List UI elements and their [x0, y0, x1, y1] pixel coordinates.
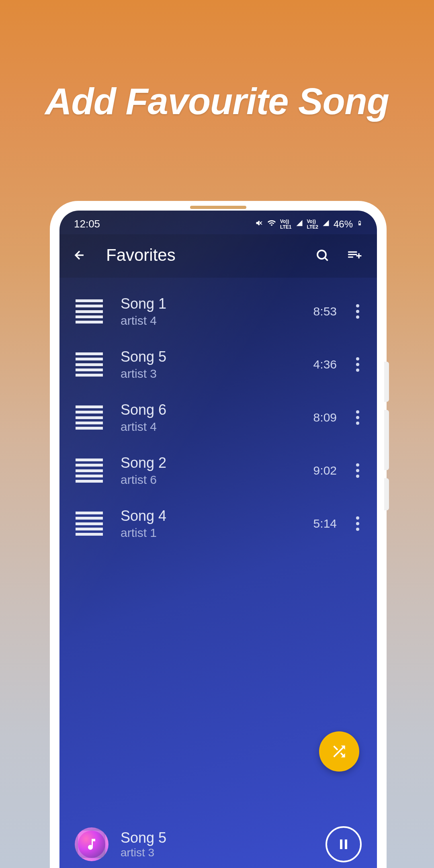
song-duration: 8:09	[313, 411, 337, 424]
app-bar: Favorites	[59, 234, 377, 278]
mute-icon	[255, 219, 263, 229]
song-artist: artist 4	[121, 314, 313, 328]
song-title: Song 1	[121, 295, 313, 312]
status-bar: 12:05 Vo))LTE1 Vo))LTE2 46%	[59, 211, 377, 234]
song-info: Song 5artist 3	[121, 348, 313, 381]
song-title: Song 4	[121, 508, 313, 524]
phone-side-button	[384, 362, 389, 402]
now-playing-album-art[interactable]	[75, 827, 108, 861]
song-duration: 5:14	[313, 517, 337, 530]
now-playing-info[interactable]: Song 5 artist 3	[121, 829, 326, 859]
song-artist: artist 4	[121, 420, 313, 434]
song-more-button[interactable]	[350, 356, 366, 373]
now-playing-bar[interactable]: Song 5 artist 3	[59, 816, 377, 868]
album-art-icon	[76, 459, 103, 483]
status-indicators: Vo))LTE1 Vo))LTE2 46%	[255, 219, 362, 230]
song-row[interactable]: Song 6artist 48:09	[59, 391, 377, 444]
album-art-icon	[76, 405, 103, 430]
phone-frame: 12:05 Vo))LTE1 Vo))LTE2 46%	[50, 201, 387, 868]
song-row[interactable]: Song 1artist 48:53	[59, 285, 377, 338]
song-title: Song 2	[121, 454, 313, 471]
song-artist: artist 6	[121, 473, 313, 487]
song-info: Song 1artist 4	[121, 295, 313, 328]
phone-notch	[190, 206, 246, 209]
song-title: Song 5	[121, 348, 313, 365]
song-more-button[interactable]	[350, 303, 366, 319]
song-artist: artist 3	[121, 367, 313, 381]
song-more-button[interactable]	[350, 409, 366, 426]
song-duration: 8:53	[313, 305, 337, 318]
status-time: 12:05	[74, 218, 100, 230]
phone-side-button	[384, 478, 389, 510]
phone-screen: 12:05 Vo))LTE1 Vo))LTE2 46%	[59, 211, 377, 868]
song-info: Song 4artist 1	[121, 508, 313, 540]
shuffle-button[interactable]	[319, 731, 359, 772]
album-art-icon	[76, 352, 103, 377]
song-title: Song 6	[121, 401, 313, 418]
now-playing-artist: artist 3	[121, 846, 326, 859]
song-duration: 9:02	[313, 464, 337, 477]
song-row[interactable]: Song 4artist 15:14	[59, 497, 377, 550]
playlist-add-button[interactable]	[343, 244, 366, 266]
album-art-icon	[76, 512, 103, 536]
battery-percent: 46%	[334, 219, 353, 230]
wifi-icon	[267, 219, 276, 229]
pause-button[interactable]	[326, 826, 362, 862]
svg-point-0	[317, 250, 326, 259]
song-info: Song 2artist 6	[121, 454, 313, 487]
album-art-icon	[76, 299, 103, 323]
song-more-button[interactable]	[350, 516, 366, 532]
lte1-icon: Vo))LTE1	[280, 219, 291, 230]
song-row[interactable]: Song 2artist 69:02	[59, 444, 377, 497]
back-button[interactable]	[71, 246, 88, 264]
signal-icon	[296, 219, 303, 229]
phone-side-button	[384, 410, 389, 470]
battery-icon	[357, 219, 362, 229]
song-duration: 4:36	[313, 358, 337, 371]
promo-headline: Add Favourite Song	[0, 80, 434, 123]
now-playing-title: Song 5	[121, 829, 326, 846]
signal-icon	[322, 219, 330, 229]
lte2-icon: Vo))LTE2	[307, 219, 318, 230]
song-more-button[interactable]	[350, 463, 366, 479]
page-title: Favorites	[106, 246, 301, 265]
song-artist: artist 1	[121, 526, 313, 540]
song-list[interactable]: Song 1artist 48:53Song 5artist 34:36Song…	[59, 278, 377, 557]
search-button[interactable]	[311, 244, 334, 266]
song-row[interactable]: Song 5artist 34:36	[59, 338, 377, 391]
song-info: Song 6artist 4	[121, 401, 313, 434]
